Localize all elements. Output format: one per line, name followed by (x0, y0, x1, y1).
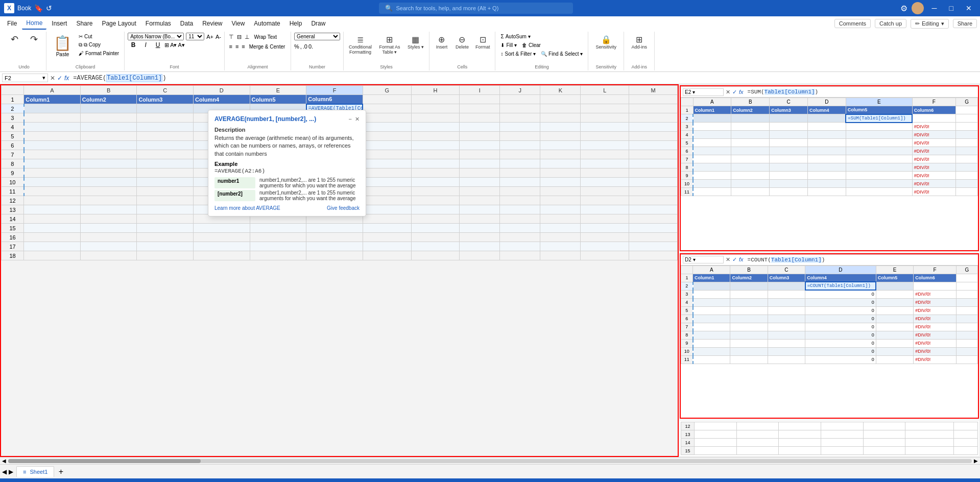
cell-l3[interactable] (581, 113, 629, 123)
cell-i3[interactable] (460, 113, 500, 123)
cell-h3[interactable] (411, 113, 460, 123)
cell-i5[interactable] (460, 132, 500, 141)
cell-i16[interactable] (460, 233, 500, 242)
merge-center-button[interactable]: Merge & Center (247, 42, 288, 51)
cell-g4[interactable] (363, 123, 411, 132)
conditional-formatting-button[interactable]: ≣ ConditionalFormatting (347, 33, 374, 57)
cell-c10[interactable] (137, 178, 194, 187)
cell-i1[interactable] (460, 95, 500, 104)
cell-g8[interactable] (363, 159, 411, 168)
cell-b6[interactable] (80, 141, 137, 150)
bot-col-g[interactable]: G (957, 266, 978, 274)
cell-m6[interactable] (629, 141, 678, 150)
cell-d1[interactable]: Column4 (194, 95, 250, 104)
format-as-table-button[interactable]: ⊞ Format AsTable ▾ (377, 33, 402, 57)
font-name-select[interactable]: Aptos Narrow (Bo... (128, 33, 184, 40)
cell-m7[interactable] (629, 150, 678, 159)
bot-cell-e2[interactable] (876, 282, 913, 290)
top-e10[interactable] (846, 180, 912, 188)
extra-e13[interactable] (863, 430, 905, 439)
top-c11[interactable] (770, 188, 808, 196)
bot-e4[interactable] (876, 298, 913, 306)
extra-b13[interactable] (736, 430, 779, 439)
menu-draw[interactable]: Draw (307, 18, 329, 29)
cell-a9[interactable] (24, 168, 81, 178)
top-b9[interactable] (731, 172, 770, 180)
extra-d13[interactable] (821, 430, 863, 439)
cell-a1[interactable]: Column1 (24, 95, 81, 104)
col-header-g[interactable]: G (363, 86, 411, 95)
top-g3[interactable] (956, 123, 978, 131)
tab-scroll-right-button[interactable]: ▶ (9, 468, 13, 475)
menu-review[interactable]: Review (198, 18, 226, 29)
cell-i8[interactable] (460, 159, 500, 168)
cell-h1[interactable] (411, 95, 460, 104)
cell-j4[interactable] (500, 123, 540, 132)
align-bottom-button[interactable]: ⊥ (244, 33, 251, 41)
cell-k4[interactable] (540, 123, 581, 132)
top-cell-d1[interactable]: Column4 (808, 106, 846, 114)
cell-l4[interactable] (581, 123, 629, 132)
top-e4[interactable] (846, 131, 912, 139)
cell-g5[interactable] (363, 132, 411, 141)
format-painter-button[interactable]: 🖌 Format Painter (77, 50, 121, 57)
underline-button[interactable]: U (152, 41, 163, 49)
cell-i15[interactable] (460, 224, 500, 233)
cell-k2[interactable] (540, 104, 581, 113)
bot-col-d[interactable]: D (805, 266, 876, 274)
bot-cell-b2[interactable] (730, 282, 768, 290)
redo-button[interactable]: ↷ (25, 33, 43, 46)
cell-m13[interactable] (629, 205, 678, 214)
bot-b6[interactable] (730, 315, 768, 323)
top-c5[interactable] (770, 139, 808, 147)
col-header-k[interactable]: K (540, 86, 581, 95)
cell-g18[interactable] (363, 251, 411, 260)
cell-g10[interactable] (363, 178, 411, 187)
top-d5[interactable] (808, 139, 846, 147)
cell-b2[interactable] (80, 104, 137, 113)
cell-b3[interactable] (80, 113, 137, 123)
top-b5[interactable] (731, 139, 770, 147)
autosum-button[interactable]: Σ AutoSum ▾ (498, 33, 532, 40)
col-header-d[interactable]: D (194, 86, 250, 95)
cell-k1[interactable] (540, 95, 581, 104)
cell-g15[interactable] (363, 224, 411, 233)
top-cell-g2[interactable] (956, 114, 978, 123)
bot-c10[interactable] (768, 347, 805, 355)
cell-e18[interactable] (250, 251, 306, 260)
top-cell-g1[interactable] (956, 106, 978, 114)
col-header-j[interactable]: J (500, 86, 540, 95)
cell-a4[interactable] (24, 123, 81, 132)
cell-j3[interactable] (500, 113, 540, 123)
bot-g6[interactable] (957, 315, 978, 323)
bold-button[interactable]: B (128, 41, 139, 49)
menu-automate[interactable]: Automate (250, 18, 284, 29)
cell-b17[interactable] (80, 242, 137, 251)
bot-a11[interactable] (693, 355, 730, 364)
cell-m3[interactable] (629, 113, 678, 123)
cell-a3[interactable] (24, 113, 81, 123)
col-header-b[interactable]: B (80, 86, 137, 95)
cell-a5[interactable] (24, 132, 81, 141)
top-cell-b2[interactable] (731, 114, 770, 123)
cell-k18[interactable] (540, 251, 581, 260)
cell-c13[interactable] (137, 205, 194, 214)
top-f3-err[interactable]: #DIV/0! (912, 123, 956, 131)
top-g8[interactable] (956, 163, 978, 172)
extra-a14[interactable] (694, 439, 736, 447)
cell-i11[interactable] (460, 187, 500, 196)
bot-e8[interactable] (876, 331, 913, 339)
top-c9[interactable] (770, 172, 808, 180)
bot-a8[interactable] (693, 331, 730, 339)
cell-b11[interactable] (80, 187, 137, 196)
top-b6[interactable] (731, 147, 770, 155)
cell-c12[interactable] (137, 196, 194, 205)
share-button[interactable]: Share (953, 19, 977, 28)
formula-input[interactable]: =AVERAGE(Table1[Column1]) (71, 74, 978, 82)
bot-f11-err[interactable]: #DIV/0! (914, 355, 957, 364)
cell-m18[interactable] (629, 251, 678, 260)
top-c6[interactable] (770, 147, 808, 155)
top-b4[interactable] (731, 131, 770, 139)
top-g4[interactable] (956, 131, 978, 139)
cell-k10[interactable] (540, 178, 581, 187)
